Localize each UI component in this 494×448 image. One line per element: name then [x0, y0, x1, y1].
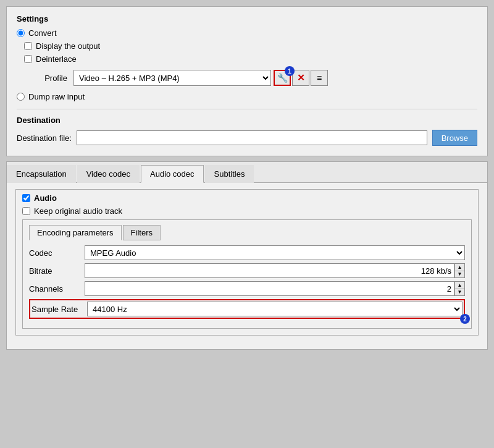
dest-file-label: Destination file:	[17, 133, 72, 143]
channels-spin-buttons: ▲ ▼	[454, 281, 465, 296]
badge-2: 2	[460, 314, 470, 324]
delete-icon: ✕	[297, 72, 305, 83]
destination-label: Destination	[17, 116, 477, 125]
bitrate-up-button[interactable]: ▲	[454, 264, 464, 271]
enc-tab-params[interactable]: Encoding parameters	[29, 225, 122, 240]
audio-label: Audio	[34, 193, 57, 203]
deinterlace-checkbox[interactable]	[24, 55, 32, 63]
bitrate-value: 128 kb/s	[85, 263, 454, 278]
profile-delete-button[interactable]: ✕	[292, 70, 309, 86]
tabs-content: Audio Keep original audio track Encoding…	[7, 183, 487, 349]
channels-up-button[interactable]: ▲	[454, 282, 464, 289]
badge-1: 1	[285, 66, 295, 76]
dump-raw-row: Dump raw input	[17, 92, 477, 101]
destination-input[interactable]	[77, 130, 427, 145]
list-icon: ≡	[317, 73, 322, 83]
channels-down-button[interactable]: ▼	[454, 289, 464, 296]
encoding-tabs: Encoding parameters Filters	[29, 225, 465, 240]
convert-radio-row: Convert	[17, 28, 477, 38]
display-output-row: Display the output	[24, 41, 477, 51]
bitrate-label: Bitrate	[29, 266, 85, 276]
audio-group-legend: Audio	[22, 193, 472, 203]
profile-buttons: 🔧 1 ✕ ≡	[274, 70, 328, 86]
keep-original-checkbox[interactable]	[22, 207, 30, 215]
destination-section: Destination Destination file: Browse	[17, 109, 477, 146]
codec-label: Codec	[29, 248, 85, 258]
bitrate-spin-buttons: ▲ ▼	[454, 263, 465, 278]
keep-original-label: Keep original audio track	[34, 206, 122, 216]
deinterlace-label: Deinterlace	[36, 54, 77, 64]
enc-tab-filters[interactable]: Filters	[123, 225, 161, 240]
tab-video-codec[interactable]: Video codec	[77, 165, 140, 183]
sample-rate-select[interactable]: 44100 Hz	[87, 302, 463, 316]
profile-label: Profile	[24, 74, 67, 83]
tab-subtitles[interactable]: Subtitles	[205, 165, 254, 183]
audio-group: Audio Keep original audio track Encoding…	[15, 189, 479, 336]
codec-select[interactable]: MPEG Audio	[85, 245, 465, 260]
profile-list-button[interactable]: ≡	[311, 70, 328, 86]
tab-encapsulation[interactable]: Encapsulation	[7, 165, 76, 183]
codec-row: Codec MPEG Audio	[29, 245, 465, 260]
settings-panel: Settings Convert Display the output Dein…	[6, 6, 488, 156]
bitrate-row: Bitrate 128 kb/s ▲ ▼	[29, 263, 465, 278]
sample-rate-row: Sample Rate 44100 Hz 2	[29, 299, 465, 319]
profile-row: Profile Video – H.265 + MP3 (MP4) 🔧 1 ✕ …	[24, 70, 477, 86]
bitrate-spinner: 128 kb/s ▲ ▼	[85, 263, 465, 278]
encoding-section: Encoding parameters Filters Codec MPEG A…	[22, 219, 472, 329]
channels-label: Channels	[29, 284, 85, 294]
bitrate-down-button[interactable]: ▼	[454, 271, 464, 278]
profile-select[interactable]: Video – H.265 + MP3 (MP4)	[73, 70, 271, 86]
sample-rate-label: Sample Rate	[31, 305, 87, 314]
convert-radio[interactable]	[17, 29, 25, 37]
profile-edit-button[interactable]: 🔧 1	[274, 70, 291, 86]
convert-label: Convert	[28, 28, 57, 38]
channels-row: Channels 2 ▲ ▼	[29, 281, 465, 296]
channels-value: 2	[85, 281, 454, 296]
tab-audio-codec[interactable]: Audio codec	[141, 165, 204, 183]
display-output-checkbox[interactable]	[24, 42, 32, 50]
deinterlace-row: Deinterlace	[24, 54, 477, 64]
keep-original-row: Keep original audio track	[22, 206, 472, 216]
audio-checkbox[interactable]	[22, 194, 30, 202]
tabs-header: Encapsulation Video codec Audio codec Su…	[7, 162, 487, 183]
browse-button[interactable]: Browse	[432, 130, 477, 146]
dump-raw-radio[interactable]	[17, 93, 25, 101]
dump-raw-label: Dump raw input	[28, 92, 85, 101]
destination-row: Destination file: Browse	[17, 130, 477, 146]
channels-spinner: 2 ▲ ▼	[85, 281, 465, 296]
settings-label: Settings	[17, 14, 477, 23]
display-output-label: Display the output	[36, 41, 100, 51]
tabs-panel: Encapsulation Video codec Audio codec Su…	[6, 161, 488, 350]
